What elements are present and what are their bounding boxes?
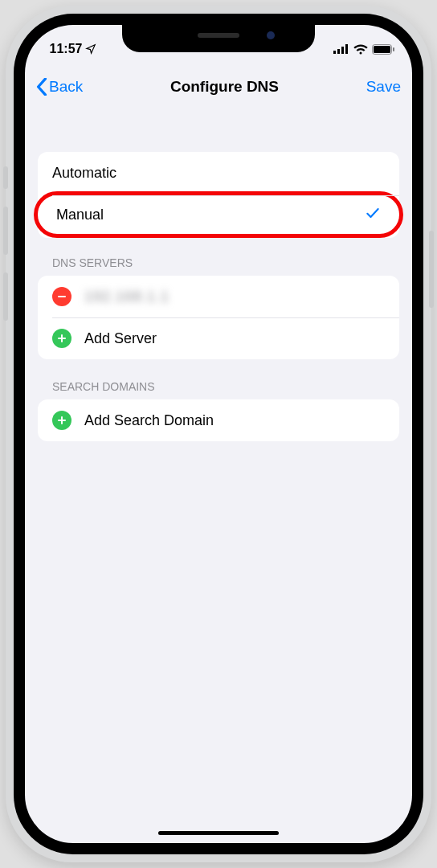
plus-icon xyxy=(57,334,67,343)
battery-icon xyxy=(372,44,394,55)
nav-bar: Back Configure DNS Save xyxy=(25,63,412,110)
svg-rect-1 xyxy=(337,49,340,54)
svg-rect-9 xyxy=(58,338,66,339)
dns-server-row[interactable]: 192.168.1.1 xyxy=(38,276,399,317)
remove-server-button[interactable] xyxy=(52,287,71,306)
mode-manual-label: Manual xyxy=(56,207,104,223)
dns-servers-group: 192.168.1.1 Add Server xyxy=(38,276,399,359)
dns-servers-header: DNS SERVERS xyxy=(38,235,399,276)
minus-icon xyxy=(57,292,67,301)
mode-automatic-label: Automatic xyxy=(52,165,116,182)
chevron-left-icon xyxy=(36,78,47,96)
svg-rect-11 xyxy=(58,420,66,421)
phone-frame: 11:57 Back Configure DNS Save xyxy=(6,6,431,862)
add-server-row[interactable]: Add Server xyxy=(38,317,399,359)
svg-rect-3 xyxy=(345,44,348,54)
mode-automatic-row[interactable]: Automatic xyxy=(38,152,399,194)
svg-rect-6 xyxy=(393,47,394,51)
svg-rect-7 xyxy=(58,296,66,297)
search-domains-header: SEARCH DOMAINS xyxy=(38,359,399,399)
dns-mode-group: Automatic Manual xyxy=(38,152,399,238)
search-domains-group: Add Search Domain xyxy=(38,399,399,441)
cellular-icon xyxy=(333,44,349,54)
page-title: Configure DNS xyxy=(170,78,279,96)
clock: 11:57 xyxy=(50,42,83,56)
save-button[interactable]: Save xyxy=(366,78,401,96)
screen: 11:57 Back Configure DNS Save xyxy=(25,25,412,843)
home-indicator[interactable] xyxy=(158,831,279,835)
side-buttons-left xyxy=(3,166,8,338)
add-server-label: Add Server xyxy=(84,330,157,347)
svg-rect-0 xyxy=(333,51,336,54)
wifi-icon xyxy=(353,44,368,55)
content: Automatic Manual DNS SERVERS xyxy=(25,129,412,843)
add-search-domain-button[interactable] xyxy=(52,411,71,430)
add-server-button[interactable] xyxy=(52,329,71,348)
location-icon xyxy=(85,43,96,55)
dns-server-value: 192.168.1.1 xyxy=(84,289,169,305)
checkmark-icon xyxy=(365,205,381,225)
back-label: Back xyxy=(49,78,83,96)
svg-rect-5 xyxy=(374,46,390,53)
side-buttons-right xyxy=(429,231,434,326)
add-search-domain-row[interactable]: Add Search Domain xyxy=(38,399,399,441)
notch xyxy=(122,25,315,52)
add-search-domain-label: Add Search Domain xyxy=(84,412,214,429)
back-button[interactable]: Back xyxy=(36,78,83,96)
plus-icon xyxy=(57,416,67,425)
svg-rect-2 xyxy=(341,47,344,54)
mode-manual-row[interactable]: Manual xyxy=(34,191,403,238)
